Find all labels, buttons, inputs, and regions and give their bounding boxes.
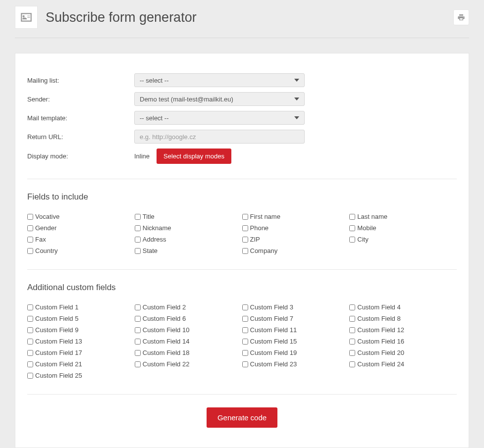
custom-field-custom-field-22[interactable]: Custom Field 22 xyxy=(135,360,242,368)
custom-field-custom-field-4[interactable]: Custom Field 4 xyxy=(349,303,457,311)
field-checkbox-last-name[interactable] xyxy=(349,214,355,220)
custom-field-label-custom-field-18: Custom Field 18 xyxy=(143,349,190,356)
custom-field-label-custom-field-24: Custom Field 24 xyxy=(357,360,404,368)
field-checkbox-zip[interactable] xyxy=(242,237,248,243)
custom-field-custom-field-1[interactable]: Custom Field 1 xyxy=(27,303,135,311)
field-zip[interactable]: ZIP xyxy=(242,236,350,243)
field-phone[interactable]: Phone xyxy=(242,224,350,232)
field-checkbox-city[interactable] xyxy=(349,237,355,243)
custom-field-checkbox-custom-field-25[interactable] xyxy=(27,373,33,379)
field-label-address: Address xyxy=(143,236,166,243)
field-title[interactable]: Title xyxy=(135,213,242,220)
custom-field-checkbox-custom-field-13[interactable] xyxy=(27,339,33,345)
custom-field-checkbox-custom-field-20[interactable] xyxy=(349,350,355,356)
field-city[interactable]: City xyxy=(349,236,457,243)
custom-field-checkbox-custom-field-21[interactable] xyxy=(27,361,33,367)
row-display-mode: Display mode: Inline Select display mode… xyxy=(27,149,457,164)
custom-field-label-custom-field-12: Custom Field 12 xyxy=(357,326,404,334)
custom-field-custom-field-21[interactable]: Custom Field 21 xyxy=(27,360,135,368)
custom-field-custom-field-15[interactable]: Custom Field 15 xyxy=(242,338,350,345)
field-checkbox-nickname[interactable] xyxy=(135,225,141,231)
custom-field-custom-field-25[interactable]: Custom Field 25 xyxy=(27,372,135,379)
field-checkbox-phone[interactable] xyxy=(242,225,248,231)
custom-field-checkbox-custom-field-15[interactable] xyxy=(242,339,248,345)
field-country[interactable]: Country xyxy=(27,247,135,254)
custom-field-checkbox-custom-field-9[interactable] xyxy=(27,327,33,333)
custom-field-custom-field-13[interactable]: Custom Field 13 xyxy=(27,338,135,345)
field-checkbox-first-name[interactable] xyxy=(242,214,248,220)
custom-field-checkbox-custom-field-19[interactable] xyxy=(242,350,248,356)
custom-field-custom-field-24[interactable]: Custom Field 24 xyxy=(349,360,457,368)
custom-field-checkbox-custom-field-4[interactable] xyxy=(349,304,355,310)
field-company[interactable]: Company xyxy=(242,247,350,254)
custom-field-checkbox-custom-field-10[interactable] xyxy=(135,327,141,333)
field-nickname[interactable]: Nickname xyxy=(135,224,242,232)
custom-field-label-custom-field-2: Custom Field 2 xyxy=(143,303,186,311)
label-mailing-list: Mailing list: xyxy=(27,77,134,84)
custom-field-checkbox-custom-field-3[interactable] xyxy=(242,304,248,310)
custom-field-checkbox-custom-field-24[interactable] xyxy=(349,361,355,367)
custom-field-custom-field-3[interactable]: Custom Field 3 xyxy=(242,303,350,311)
custom-field-checkbox-custom-field-2[interactable] xyxy=(135,304,141,310)
custom-field-custom-field-23[interactable]: Custom Field 23 xyxy=(242,360,350,368)
field-state[interactable]: State xyxy=(135,247,242,254)
custom-field-checkbox-custom-field-14[interactable] xyxy=(135,339,141,345)
field-gender[interactable]: Gender xyxy=(27,224,135,232)
field-checkbox-mobile[interactable] xyxy=(349,225,355,231)
custom-field-checkbox-custom-field-11[interactable] xyxy=(242,327,248,333)
fields-section-title: Fields to include xyxy=(27,192,457,202)
field-first-name[interactable]: First name xyxy=(242,213,350,220)
custom-field-checkbox-custom-field-17[interactable] xyxy=(27,350,33,356)
field-mobile[interactable]: Mobile xyxy=(349,224,457,232)
field-address[interactable]: Address xyxy=(135,236,242,243)
custom-field-custom-field-19[interactable]: Custom Field 19 xyxy=(242,349,350,356)
field-checkbox-address[interactable] xyxy=(135,237,141,243)
custom-field-custom-field-16[interactable]: Custom Field 16 xyxy=(349,338,457,345)
generate-code-button[interactable]: Generate code xyxy=(207,407,277,428)
custom-field-custom-field-9[interactable]: Custom Field 9 xyxy=(27,326,135,334)
custom-field-checkbox-custom-field-23[interactable] xyxy=(242,361,248,367)
input-return-url[interactable] xyxy=(134,130,305,144)
custom-field-checkbox-custom-field-6[interactable] xyxy=(135,316,141,322)
custom-field-checkbox-custom-field-16[interactable] xyxy=(349,339,355,345)
field-fax[interactable]: Fax xyxy=(27,236,135,243)
field-label-mobile: Mobile xyxy=(357,224,376,232)
field-checkbox-fax[interactable] xyxy=(27,237,33,243)
custom-field-custom-field-11[interactable]: Custom Field 11 xyxy=(242,326,350,334)
divider xyxy=(27,179,457,179)
custom-field-custom-field-14[interactable]: Custom Field 14 xyxy=(135,338,242,345)
custom-field-checkbox-custom-field-1[interactable] xyxy=(27,304,33,310)
field-checkbox-title[interactable] xyxy=(135,214,141,220)
custom-field-custom-field-20[interactable]: Custom Field 20 xyxy=(349,349,457,356)
custom-field-checkbox-custom-field-5[interactable] xyxy=(27,316,33,322)
field-vocative[interactable]: Vocative xyxy=(27,213,135,220)
custom-field-label-custom-field-8: Custom Field 8 xyxy=(357,315,400,322)
field-checkbox-gender[interactable] xyxy=(27,225,33,231)
select-mailing-list[interactable]: -- select -- xyxy=(134,73,305,87)
select-sender[interactable]: Demo test (mail-test@mailkit.eu) xyxy=(134,92,305,106)
print-button[interactable] xyxy=(453,9,469,25)
field-checkbox-company[interactable] xyxy=(242,248,248,254)
custom-field-label-custom-field-11: Custom Field 11 xyxy=(250,326,297,334)
custom-field-custom-field-2[interactable]: Custom Field 2 xyxy=(135,303,242,311)
select-display-modes-button[interactable]: Select display modes xyxy=(157,149,231,164)
custom-field-checkbox-custom-field-7[interactable] xyxy=(242,316,248,322)
custom-field-custom-field-5[interactable]: Custom Field 5 xyxy=(27,315,135,322)
field-checkbox-country[interactable] xyxy=(27,248,33,254)
custom-field-checkbox-custom-field-22[interactable] xyxy=(135,361,141,367)
custom-field-custom-field-7[interactable]: Custom Field 7 xyxy=(242,315,350,322)
custom-field-checkbox-custom-field-8[interactable] xyxy=(349,316,355,322)
field-last-name[interactable]: Last name xyxy=(349,213,457,220)
custom-field-custom-field-6[interactable]: Custom Field 6 xyxy=(135,315,242,322)
select-mail-template[interactable]: -- select -- xyxy=(134,111,305,125)
field-checkbox-vocative[interactable] xyxy=(27,214,33,220)
field-checkbox-state[interactable] xyxy=(135,248,141,254)
custom-field-custom-field-17[interactable]: Custom Field 17 xyxy=(27,349,135,356)
custom-field-checkbox-custom-field-12[interactable] xyxy=(349,327,355,333)
custom-field-custom-field-18[interactable]: Custom Field 18 xyxy=(135,349,242,356)
custom-field-custom-field-10[interactable]: Custom Field 10 xyxy=(135,326,242,334)
custom-field-custom-field-12[interactable]: Custom Field 12 xyxy=(349,326,457,334)
custom-field-checkbox-custom-field-18[interactable] xyxy=(135,350,141,356)
custom-field-custom-field-8[interactable]: Custom Field 8 xyxy=(349,315,457,322)
custom-field-label-custom-field-16: Custom Field 16 xyxy=(357,338,404,345)
